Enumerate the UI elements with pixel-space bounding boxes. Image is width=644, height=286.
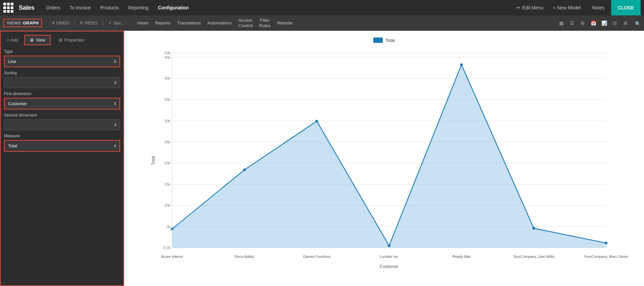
svg-text:Gemini Furniture: Gemini Furniture xyxy=(303,255,330,259)
svg-text:15k: 15k xyxy=(164,182,170,186)
nav-reporting[interactable]: Reporting xyxy=(123,0,153,15)
svg-text:Total: Total xyxy=(151,156,156,165)
data-point-2 xyxy=(315,120,318,123)
first-dimension-select-wrapper: Customer Product Salesperson ⬍ xyxy=(4,98,120,110)
views-graph-box: VIEWS GRAPH xyxy=(3,19,42,27)
new-model-button[interactable]: + New Model xyxy=(548,0,585,15)
views-label: VIEWS xyxy=(7,20,21,25)
data-point-5 xyxy=(532,227,535,230)
first-dimension-section: First dimension Customer Product Salespe… xyxy=(4,91,120,110)
legend-color-swatch xyxy=(373,38,383,43)
redo-icon: ↻ xyxy=(80,20,84,25)
second-nav: VIEWS GRAPH ↺ UNDO | ↻ REDO | ✓ Sav... V… xyxy=(0,15,644,31)
app-grid-icon[interactable] xyxy=(3,3,13,13)
second-dimension-select-wrapper: Product Category Salesperson ⬍ xyxy=(4,119,120,130)
form-view-icon[interactable]: ▦ xyxy=(557,19,565,27)
list-view-icon[interactable]: ☰ xyxy=(568,19,576,27)
first-dimension-select[interactable]: Customer Product Salesperson xyxy=(5,98,119,109)
type-section: Type Line Bar Pie ⬍ xyxy=(4,49,120,67)
main-layout: + Add 🖥 View ⊞ Properties Type Line Bar … xyxy=(0,31,644,286)
svg-text:Deco Addict: Deco Addict xyxy=(234,255,254,259)
redo-button[interactable]: ↻ REDO xyxy=(77,19,100,27)
nav-to-invoice[interactable]: To Invoice xyxy=(65,0,96,15)
svg-text:45k: 45k xyxy=(164,55,170,59)
undo-icon: ↺ xyxy=(51,20,55,25)
svg-text:30k: 30k xyxy=(164,119,170,123)
close-button[interactable]: CLOSE xyxy=(611,0,641,15)
measure-select[interactable]: Total Quantity Margin xyxy=(5,141,119,151)
action-sep-2: | xyxy=(102,20,104,26)
undo-button[interactable]: ↺ UNDO xyxy=(49,19,72,27)
check-icon: ✓ xyxy=(108,20,112,25)
monitor-icon: 🖥 xyxy=(30,38,34,43)
nav-configuration[interactable]: Configuration xyxy=(153,0,194,15)
measure-select-wrapper: Total Quantity Margin ⬍ xyxy=(4,140,120,152)
nav-items: Orders To Invoice Products Reporting Con… xyxy=(41,0,194,15)
svg-text:20k: 20k xyxy=(164,161,170,165)
reports-link[interactable]: Reports xyxy=(155,20,171,25)
second-dimension-select[interactable]: Product Category Salesperson xyxy=(4,120,120,130)
chart-legend: Total xyxy=(131,38,637,43)
svg-text:Customer: Customer xyxy=(380,264,399,269)
sorting-select[interactable]: Ascending Descending xyxy=(4,77,120,88)
second-dimension-section: Second dimension Product Category Salesp… xyxy=(4,113,120,130)
pivot-view-icon[interactable]: ⊟ xyxy=(611,19,619,27)
calendar-view-icon[interactable]: 📅 xyxy=(589,19,597,27)
edit-menu-button[interactable]: ✏ Edit Menu xyxy=(512,0,548,15)
filter-rules-link[interactable]: FilterRules xyxy=(259,18,270,28)
second-dimension-label: Second dimension xyxy=(4,113,120,118)
top-nav: Sales Orders To Invoice Products Reporti… xyxy=(0,0,644,15)
data-point-6 xyxy=(605,242,607,244)
graph-label: GRAPH xyxy=(23,20,39,25)
properties-button[interactable]: ⊞ Properties xyxy=(54,35,89,45)
measure-label: Measure xyxy=(4,134,120,138)
first-dimension-label: First dimension xyxy=(4,91,120,96)
search-icon[interactable]: 🔍 xyxy=(635,21,641,26)
measure-section: Measure Total Quantity Margin ⬍ xyxy=(4,134,120,152)
svg-text:40k: 40k xyxy=(164,76,170,80)
sorting-label: Sorting xyxy=(4,71,120,75)
data-point-4 xyxy=(460,63,463,66)
data-point-1 xyxy=(243,168,246,171)
tiles-view-icon[interactable]: ⊞ xyxy=(622,19,630,27)
svg-text:25k: 25k xyxy=(164,140,170,144)
save-button[interactable]: ✓ Sav... xyxy=(106,19,127,27)
action-sep-1: | xyxy=(74,20,75,26)
type-label: Type xyxy=(4,49,120,54)
chart-area: Total Total 0.00 xyxy=(124,31,644,286)
kanban-view-icon[interactable]: ⊞ xyxy=(579,19,587,27)
website-link[interactable]: Website xyxy=(277,20,293,25)
notes-button[interactable]: Notes xyxy=(585,0,611,15)
nav-products[interactable]: Products xyxy=(96,0,123,15)
data-point-3 xyxy=(388,244,390,247)
legend-label: Total xyxy=(385,38,394,43)
view-button[interactable]: 🖥 View xyxy=(24,35,51,45)
views-link[interactable]: Views xyxy=(137,20,148,25)
automations-link[interactable]: Automations xyxy=(208,20,232,25)
sidebar-top-actions: + Add 🖥 View ⊞ Properties xyxy=(4,35,120,45)
sorting-select-wrapper: Ascending Descending ⬍ xyxy=(4,77,120,88)
svg-text:Ready Mat: Ready Mat xyxy=(452,255,470,259)
plus-icon: + xyxy=(553,5,555,10)
svg-text:YourCompany, Joel Willis: YourCompany, Joel Willis xyxy=(513,255,554,259)
nav-actions: ↺ UNDO | ↻ REDO | ✓ Sav... xyxy=(49,19,127,27)
nav-right: ✏ Edit Menu + New Model Notes CLOSE xyxy=(512,0,641,15)
graph-view-icon[interactable]: 📊 xyxy=(600,19,608,27)
svg-text:50k: 50k xyxy=(164,51,170,55)
svg-text:Azure Interior: Azure Interior xyxy=(161,255,183,259)
translations-link[interactable]: Translations xyxy=(177,20,201,25)
logo-text: Sales xyxy=(19,4,35,11)
second-nav-links: Views Reports Translations Automations A… xyxy=(137,18,292,28)
svg-text:YourCompany, Marc Demo: YourCompany, Marc Demo xyxy=(584,255,628,259)
chart-wrapper: Total 0.00 5k 10k 15k 2 xyxy=(131,46,637,275)
type-select[interactable]: Line Bar Pie xyxy=(5,56,119,67)
left-sidebar: + Add 🖥 View ⊞ Properties Type Line Bar … xyxy=(0,31,124,286)
properties-icon: ⊞ xyxy=(59,38,62,43)
svg-text:0.00: 0.00 xyxy=(163,246,170,250)
svg-text:5k: 5k xyxy=(166,225,170,229)
type-select-wrapper: Line Bar Pie ⬍ xyxy=(4,56,120,67)
svg-text:10k: 10k xyxy=(164,203,170,207)
nav-orders[interactable]: Orders xyxy=(41,0,65,15)
access-control-link[interactable]: AccessControl xyxy=(238,18,253,28)
add-button[interactable]: + Add xyxy=(4,36,21,44)
